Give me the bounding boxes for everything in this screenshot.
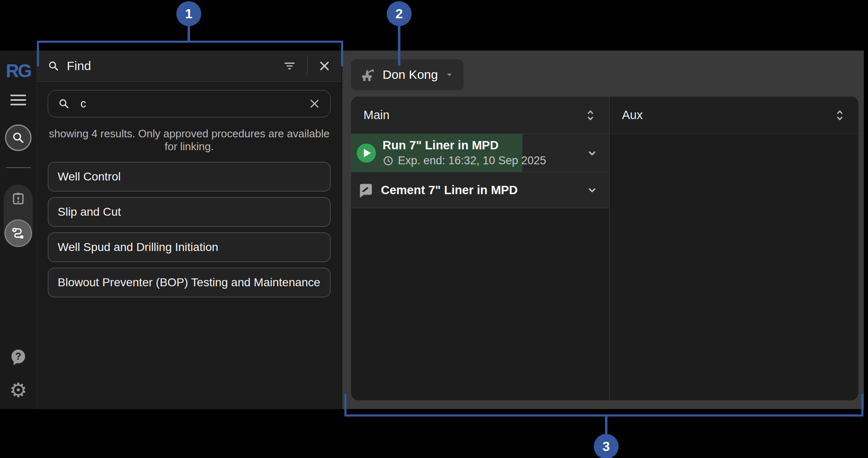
find-panel: Find s [37, 51, 342, 409]
header-divider [307, 56, 307, 76]
search-icon [48, 60, 59, 72]
review-comment-icon [357, 181, 374, 199]
play-icon [357, 144, 376, 163]
queue-column-aux: Aux [610, 97, 858, 400]
chevron-down-icon[interactable] [586, 147, 598, 159]
results-list: Well Control Slip and Cut Well Spud and … [48, 162, 331, 297]
settings-gear-icon[interactable]: ⚙ [9, 380, 27, 400]
oil-rig-icon [360, 67, 376, 83]
hamburger-menu-icon[interactable] [10, 95, 26, 105]
close-find-panel-icon[interactable] [318, 60, 331, 72]
rig-selector-button[interactable]: Don Kong [351, 59, 463, 90]
app-logo: RG [6, 61, 31, 81]
result-item[interactable]: Blowout Preventer (BOP) Testing and Main… [48, 268, 331, 297]
sidebar-search-button[interactable] [5, 124, 32, 151]
find-panel-header: Find [37, 51, 341, 82]
procedure-queue-panel: Main Run 7" Liner in MPD [351, 97, 858, 400]
result-item[interactable]: Slip and Cut [48, 197, 331, 227]
result-item[interactable]: Well Spud and Drilling Initiation [48, 232, 331, 262]
chevron-down-icon[interactable] [586, 184, 598, 196]
clear-search-icon[interactable] [309, 98, 320, 110]
svg-text:?: ? [15, 351, 21, 362]
queue-item-running[interactable]: Run 7" Liner in MPD Exp. end: 16:32, 10 … [351, 134, 609, 172]
sidebar: RG [0, 51, 37, 409]
callout-3-bracket [344, 414, 863, 417]
callout-1-bracket-tick-right [341, 41, 343, 66]
column-header-aux: Aux [610, 97, 858, 134]
callout-1-bracket-tick-left [37, 41, 39, 66]
queue-column-main: Main Run 7" Liner in MPD [351, 97, 610, 400]
tasks-clipboard-icon[interactable] [11, 191, 26, 206]
app-window: RG [0, 51, 864, 409]
unfold-more-icon[interactable] [834, 108, 846, 122]
search-field [48, 90, 331, 117]
callout-3-bracket-tick-left [344, 394, 346, 417]
column-title: Aux [622, 108, 643, 122]
main-area: Don Kong Main Run 7" Li [342, 51, 864, 409]
callout-1-stem [188, 25, 190, 41]
unfold-more-icon[interactable] [584, 108, 597, 122]
sidebar-mode-toggle [4, 185, 33, 248]
filter-icon[interactable] [283, 59, 296, 73]
callout-1: 1 [176, 1, 201, 26]
results-message: showing 4 results. Only approved procedu… [48, 127, 330, 153]
rig-name: Don Kong [383, 68, 438, 82]
procedures-route-button[interactable] [5, 219, 32, 247]
caret-down-icon [444, 70, 454, 80]
column-header-main: Main [351, 97, 609, 134]
find-panel-title: Find [67, 59, 91, 73]
column-title: Main [363, 108, 390, 122]
result-item[interactable]: Well Control [48, 162, 331, 192]
callout-1-bracket [37, 41, 343, 43]
callout-3-stem [605, 416, 607, 434]
procedure-title: Cement 7" Liner in MPD [381, 183, 518, 197]
search-icon [58, 98, 70, 110]
sidebar-divider [6, 167, 31, 168]
clock-icon [383, 155, 394, 166]
procedure-title: Run 7" Liner in MPD [383, 139, 546, 152]
callout-2-stem [398, 25, 400, 66]
callout-3-bracket-tick-right [861, 394, 863, 417]
route-icon [11, 226, 25, 240]
search-icon [12, 131, 25, 144]
search-input[interactable] [80, 97, 309, 111]
callout-2: 2 [387, 1, 412, 26]
expected-end-time: Exp. end: 16:32, 10 Sep 2025 [398, 154, 546, 167]
callout-3: 3 [594, 434, 619, 458]
queue-item-review[interactable]: Cement 7" Liner in MPD [351, 172, 609, 208]
help-button[interactable]: ? [10, 348, 27, 366]
